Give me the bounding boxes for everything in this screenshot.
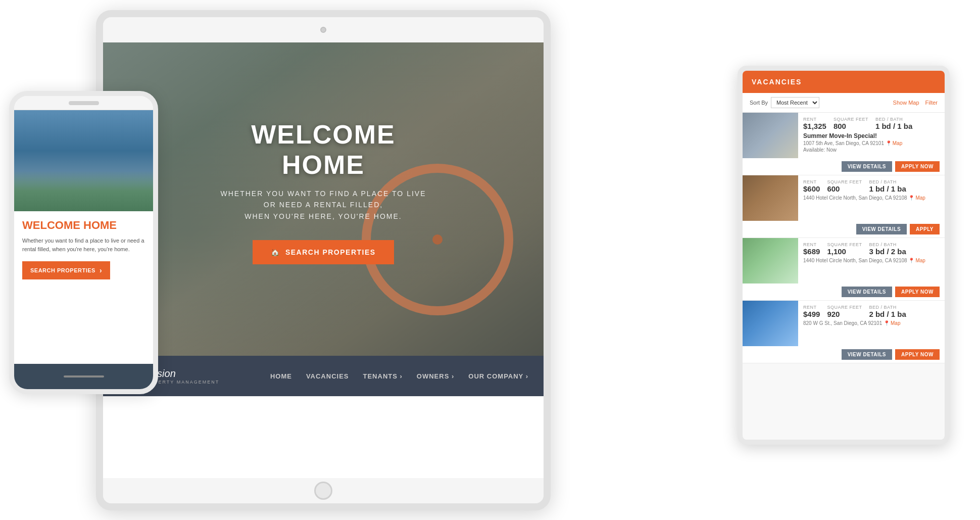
tablet-search-label: SEARCH PROPERTIES: [285, 248, 376, 256]
phone-hills-fg: [14, 171, 153, 211]
vacancies-title: VACANCIES: [752, 78, 802, 86]
vacancy-1-title: Summer Move-In Special!: [803, 132, 940, 139]
vacancy-3-bedbath-stat: BED / BATH 3 bd / 2 ba: [869, 242, 906, 256]
vacancy-1-details-button[interactable]: View Details: [842, 161, 892, 172]
vacancy-1-map-link[interactable]: 📍 Map: [886, 140, 902, 146]
tablet-nav-owners[interactable]: OWNERS ›: [417, 372, 454, 380]
vacancy-2-rent-stat: RENT $600: [803, 179, 820, 193]
tablet-hero-title: WELCOME HOME: [213, 119, 433, 180]
vacancy-4-bedbath-stat: BED / BATH 2 bd / 1 ba: [869, 305, 906, 318]
phone-content-area: WELCOME HOME Whether you want to find a …: [14, 211, 153, 364]
tablet-top-bar: [103, 17, 544, 42]
vacancy-item-4-stats: RENT $499 SQUARE FEET 920 BED / BATH 2 b…: [803, 305, 940, 318]
bedbath-value-3: 3 bd / 2 ba: [869, 247, 906, 256]
tablet-bottom-bar: [103, 478, 544, 503]
sqft-label-3: SQUARE FEET: [827, 242, 862, 247]
vacancy-4-sqft-stat: SQUARE FEET 920: [827, 305, 862, 318]
phone-arrow-icon: ›: [100, 266, 102, 274]
rent-label-3: RENT: [803, 242, 820, 247]
vacancy-item-3: RENT $689 SQUARE FEET 1,100 BED / BATH 3…: [743, 238, 945, 301]
vacancy-item-2-main: RENT $600 SQUARE FEET 600 BED / BATH 1 b…: [743, 175, 945, 221]
vacancy-4-map-link[interactable]: 📍 Map: [884, 320, 900, 326]
bedbath-value-4: 2 bd / 1 ba: [869, 310, 906, 318]
phone-search-label: SEARCH PROPERTIES: [30, 267, 95, 273]
vacancies-list: RENT $1,325 SQUARE FEET 800 BED / BATH 1…: [743, 113, 945, 436]
vacancy-1-sqft-stat: SQUARE FEET 800: [834, 117, 868, 130]
map-filter-area: Show Map Filter: [893, 100, 938, 106]
sqft-label-1: SQUARE FEET: [834, 117, 868, 122]
vacancy-item-3-stats: RENT $689 SQUARE FEET 1,100 BED / BATH 3…: [803, 242, 940, 256]
vacancy-item-4-main: RENT $499 SQUARE FEET 920 BED / BATH 2 b…: [743, 301, 945, 346]
tablet-hero-subtitle: WHETHER YOU WANT TO FIND A PLACE TO LIVE…: [213, 188, 433, 222]
vacancies-device: VACANCIES Sort By Most Recent Show Map F…: [738, 66, 950, 445]
vacancy-2-map-link[interactable]: 📍 Map: [908, 195, 925, 201]
vacancy-item-1-info: RENT $1,325 SQUARE FEET 800 BED / BATH 1…: [798, 113, 945, 158]
vacancy-3-apply-button[interactable]: Apply Now: [895, 287, 940, 297]
phone-welcome-text: Whether you want to find a place to live…: [22, 237, 145, 253]
tablet-nav-home[interactable]: HOME: [270, 372, 292, 380]
vacancy-4-apply-button[interactable]: Apply Now: [895, 349, 940, 360]
sqft-value-1: 800: [834, 122, 868, 130]
vacancy-item-1-image: [743, 113, 798, 158]
rent-label-4: RENT: [803, 305, 820, 310]
sort-label: Sort By: [750, 100, 768, 106]
sqft-value-3: 1,100: [827, 247, 862, 256]
bedbath-value-2: 1 bd / 1 ba: [869, 184, 906, 193]
tablet-device: WELCOME HOME WHETHER YOU WANT TO FIND A …: [96, 10, 551, 510]
vacancy-2-details-button[interactable]: View Details: [856, 224, 907, 234]
tablet-search-button[interactable]: 🏠 SEARCH PROPERTIES: [253, 240, 394, 264]
sort-select[interactable]: Most Recent: [771, 97, 819, 108]
vacancy-3-actions: View Details Apply Now: [743, 283, 945, 300]
tablet-search-icon: 🏠: [271, 248, 280, 256]
tablet-nav-links: HOME VACANCIES TENANTS › OWNERS › OUR CO…: [270, 372, 528, 380]
phone-welcome-title: WELCOME HOME: [22, 219, 145, 231]
tablet-nav-company[interactable]: OUR COMPANY ›: [468, 372, 528, 380]
vacancy-item-2-info: RENT $600 SQUARE FEET 600 BED / BATH 1 b…: [798, 175, 945, 221]
vacancy-1-bedbath-stat: BED / BATH 1 bd / 1 ba: [875, 117, 912, 130]
phone-speaker: [69, 101, 99, 105]
bedbath-value-1: 1 bd / 1 ba: [875, 122, 912, 130]
vacancy-3-sqft-stat: SQUARE FEET 1,100: [827, 242, 862, 256]
vacancy-1-actions: View Details Apply Now: [743, 158, 945, 175]
filter-link[interactable]: Filter: [925, 100, 938, 106]
rent-label-1: RENT: [803, 117, 826, 122]
tablet-home-button[interactable]: [314, 482, 332, 500]
rent-label-2: RENT: [803, 179, 820, 184]
vacancy-item-3-info: RENT $689 SQUARE FEET 1,100 BED / BATH 3…: [798, 238, 945, 283]
vacancy-4-details-button[interactable]: View Details: [842, 349, 892, 360]
vacancy-2-actions: View Details Apply: [743, 221, 945, 238]
sqft-label-4: SQUARE FEET: [827, 305, 862, 310]
vacancy-item-1-stats: RENT $1,325 SQUARE FEET 800 BED / BATH 1…: [803, 117, 940, 130]
sqft-label-2: SQUARE FEET: [827, 179, 862, 184]
tablet-hero-content: WELCOME HOME WHETHER YOU WANT TO FIND A …: [213, 119, 433, 264]
vacancy-1-rent-stat: RENT $1,325: [803, 117, 826, 130]
vacancy-4-rent-stat: RENT $499: [803, 305, 820, 318]
bedbath-label-3: BED / BATH: [869, 242, 906, 247]
show-map-link[interactable]: Show Map: [893, 100, 919, 106]
vacancy-3-address: 1440 Hotel Circle North, San Diego, CA 9…: [803, 258, 940, 263]
vacancy-item-4: RENT $499 SQUARE FEET 920 BED / BATH 2 b…: [743, 301, 945, 363]
vacancy-1-apply-button[interactable]: Apply Now: [895, 161, 940, 172]
vacancy-item-2-image: [743, 175, 798, 221]
tablet-hero-subtitle-line1: WHETHER YOU WANT TO FIND A PLACE TO LIVE…: [220, 190, 426, 209]
phone-device: WELCOME HOME Whether you want to find a …: [9, 91, 158, 394]
tablet-nav-vacancies[interactable]: VACANCIES: [306, 372, 349, 380]
phone-search-button[interactable]: SEARCH PROPERTIES ›: [22, 261, 110, 279]
vacancy-item-4-image: [743, 301, 798, 346]
sqft-value-2: 600: [827, 184, 862, 193]
phone-home-indicator: [64, 375, 104, 377]
sqft-value-4: 920: [827, 310, 862, 318]
rent-value-4: $499: [803, 310, 820, 318]
vacancy-2-sqft-stat: SQUARE FEET 600: [827, 179, 862, 193]
vacancy-3-details-button[interactable]: View Details: [842, 287, 892, 297]
sort-area: Sort By Most Recent: [750, 97, 819, 108]
vacancy-2-address: 1440 Hotel Circle North, San Diego, CA 9…: [803, 195, 940, 201]
vacancy-3-map-link[interactable]: 📍 Map: [908, 258, 925, 263]
tablet-screen: WELCOME HOME WHETHER YOU WANT TO FIND A …: [103, 42, 544, 478]
vacancy-2-apply-button[interactable]: Apply: [910, 224, 940, 234]
vacancy-1-address: 1007 5th Ave, San Diego, CA 92101 📍 Map: [803, 140, 940, 146]
vacancy-item-2-stats: RENT $600 SQUARE FEET 600 BED / BATH 1 b…: [803, 179, 940, 193]
vacancy-item-1-main: RENT $1,325 SQUARE FEET 800 BED / BATH 1…: [743, 113, 945, 158]
bedbath-label-2: BED / BATH: [869, 179, 906, 184]
tablet-nav-tenants[interactable]: TENANTS ›: [363, 372, 403, 380]
